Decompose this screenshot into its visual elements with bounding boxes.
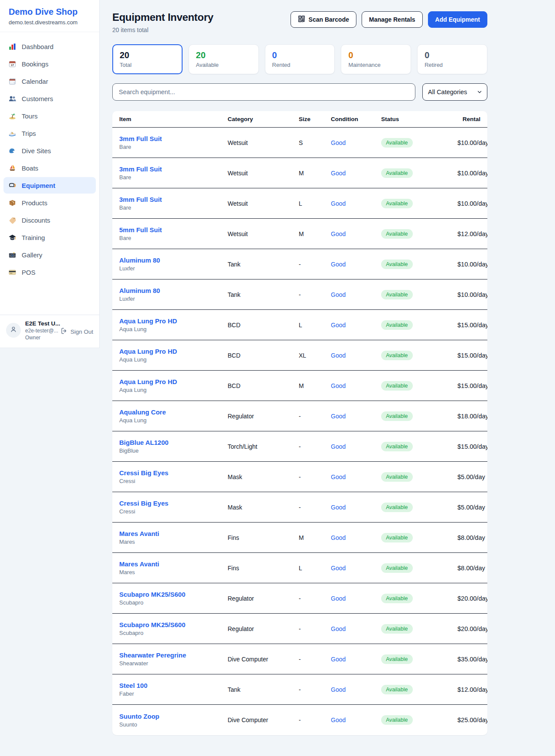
item-brand: Cressi: [119, 508, 228, 515]
condition-link[interactable]: Good: [331, 534, 346, 541]
condition-cell: Good: [331, 686, 381, 693]
condition-link[interactable]: Good: [331, 686, 346, 693]
item-name-link[interactable]: Shearwater Peregrine: [119, 651, 186, 659]
sidebar-item-calendar[interactable]: Calendar: [3, 73, 96, 89]
rental-rate: $10.00/day: [457, 261, 487, 268]
condition-link[interactable]: Good: [331, 139, 346, 146]
condition-link[interactable]: Good: [331, 443, 346, 450]
condition-link[interactable]: Good: [331, 413, 346, 420]
add-equipment-button[interactable]: Add Equipment: [428, 11, 487, 28]
sign-out-label: Sign Out: [70, 329, 93, 335]
stat-card-rented[interactable]: 0 Rented: [265, 44, 335, 74]
item-name-link[interactable]: 5mm Full Suit: [119, 226, 162, 233]
condition-cell: Good: [331, 261, 381, 268]
item-name-link[interactable]: Cressi Big Eyes: [119, 469, 168, 477]
item-category: Regulator: [228, 625, 299, 632]
condition-link[interactable]: Good: [331, 656, 346, 663]
item-cell: Shearwater Peregrine Shearwater: [119, 651, 228, 667]
condition-cell: Good: [331, 565, 381, 572]
rental-rate: $12.00/day: [457, 230, 487, 237]
camera-icon: [8, 250, 16, 259]
sidebar-item-customers[interactable]: Customers: [3, 90, 96, 107]
stat-value: 20: [120, 50, 175, 60]
item-cell: 3mm Full Suit Bare: [119, 165, 228, 181]
sidebar-item-equipment[interactable]: Equipment: [3, 177, 96, 194]
item-name-link[interactable]: Mares Avanti: [119, 560, 159, 568]
status-badge: Available: [381, 563, 413, 573]
condition-link[interactable]: Good: [331, 382, 346, 389]
item-name-link[interactable]: 3mm Full Suit: [119, 165, 162, 173]
table-row: Scubapro MK25/S600 Scubapro Regulator - …: [112, 583, 487, 614]
condition-link[interactable]: Good: [331, 625, 346, 632]
condition-link[interactable]: Good: [331, 352, 346, 359]
item-size: M: [299, 534, 331, 541]
sidebar-item-gallery[interactable]: Gallery: [3, 247, 96, 263]
item-category: Tank: [228, 291, 299, 298]
sign-out-button[interactable]: Sign Out: [60, 327, 93, 336]
status-cell: Available: [381, 411, 457, 421]
table-row: Aqualung Core Aqua Lung Regulator - Good…: [112, 401, 487, 431]
search-input[interactable]: [112, 83, 415, 101]
rental-rate: $15.00/day: [457, 382, 487, 389]
manage-rentals-button[interactable]: Manage Rentals: [362, 11, 423, 28]
sidebar-item-dive-sites[interactable]: Dive Sites: [3, 142, 96, 159]
item-name-link[interactable]: Aqualung Core: [119, 408, 166, 416]
condition-link[interactable]: Good: [331, 261, 346, 268]
status-badge: Available: [381, 351, 413, 360]
condition-link[interactable]: Good: [331, 200, 346, 207]
item-cell: Mares Avanti Mares: [119, 560, 228, 575]
category-select[interactable]: All Categories: [423, 84, 487, 100]
condition-cell: Good: [331, 230, 381, 237]
sidebar-item-tours[interactable]: Tours: [3, 108, 96, 124]
condition-link[interactable]: Good: [331, 322, 346, 329]
condition-cell: Good: [331, 504, 381, 511]
condition-link[interactable]: Good: [331, 504, 346, 511]
table-header: Item Category Size Condition Status Rent…: [112, 111, 487, 128]
condition-link[interactable]: Good: [331, 565, 346, 572]
item-name-link[interactable]: Suunto Zoop: [119, 713, 159, 720]
sidebar-item-products[interactable]: Products: [3, 194, 96, 211]
item-name-link[interactable]: Scubapro MK25/S600: [119, 621, 186, 628]
sidebar-item-bookings[interactable]: 17 Bookings: [3, 56, 96, 72]
condition-link[interactable]: Good: [331, 473, 346, 480]
condition-link[interactable]: Good: [331, 170, 346, 177]
item-name-link[interactable]: 3mm Full Suit: [119, 135, 162, 142]
condition-link[interactable]: Good: [331, 595, 346, 602]
item-name-link[interactable]: Steel 100: [119, 682, 147, 689]
scan-barcode-button[interactable]: Scan Barcode: [291, 11, 356, 28]
stat-card-available[interactable]: 20 Available: [189, 44, 259, 74]
item-size: -: [299, 656, 331, 663]
item-name-link[interactable]: Aluminum 80: [119, 256, 160, 264]
sidebar-item-discounts[interactable]: Discounts: [3, 212, 96, 228]
item-name-link[interactable]: Aqua Lung Pro HD: [119, 317, 177, 325]
condition-link[interactable]: Good: [331, 291, 346, 298]
item-cell: Aqua Lung Pro HD Aqua Lung: [119, 317, 228, 332]
sidebar-item-trips[interactable]: Trips: [3, 125, 96, 141]
item-name-link[interactable]: Aqua Lung Pro HD: [119, 378, 177, 385]
stat-card-total[interactable]: 20 Total: [112, 44, 183, 74]
sidebar-item-boats[interactable]: Boats: [3, 160, 96, 176]
item-name-link[interactable]: 3mm Full Suit: [119, 196, 162, 203]
condition-cell: Good: [331, 139, 381, 146]
sidebar-item-dashboard[interactable]: Dashboard: [3, 38, 96, 55]
rental-rate: $8.00/day: [457, 565, 485, 572]
item-name-link[interactable]: Aluminum 80: [119, 287, 160, 294]
people-icon: [8, 94, 16, 103]
calendar-date-icon: 17: [8, 59, 16, 68]
condition-link[interactable]: Good: [331, 230, 346, 237]
status-cell: Available: [381, 654, 457, 664]
item-name-link[interactable]: Mares Avanti: [119, 530, 159, 537]
condition-link[interactable]: Good: [331, 717, 346, 723]
condition-cell: Good: [331, 382, 381, 389]
item-name-link[interactable]: Cressi Big Eyes: [119, 500, 168, 507]
status-cell: Available: [381, 685, 457, 694]
stat-card-maintenance[interactable]: 0 Maintenance: [341, 44, 411, 74]
item-category: Wetsuit: [228, 139, 299, 146]
stat-card-retired[interactable]: 0 Retired: [417, 44, 487, 74]
item-name-link[interactable]: Scubapro MK25/S600: [119, 591, 186, 598]
item-name-link[interactable]: Aqua Lung Pro HD: [119, 348, 177, 355]
main-content: Equipment Inventory 20 items total Scan …: [112, 11, 487, 735]
sidebar-item-pos[interactable]: POS: [3, 264, 96, 280]
item-name-link[interactable]: BigBlue AL1200: [119, 439, 169, 446]
sidebar-item-training[interactable]: Training: [3, 229, 96, 246]
